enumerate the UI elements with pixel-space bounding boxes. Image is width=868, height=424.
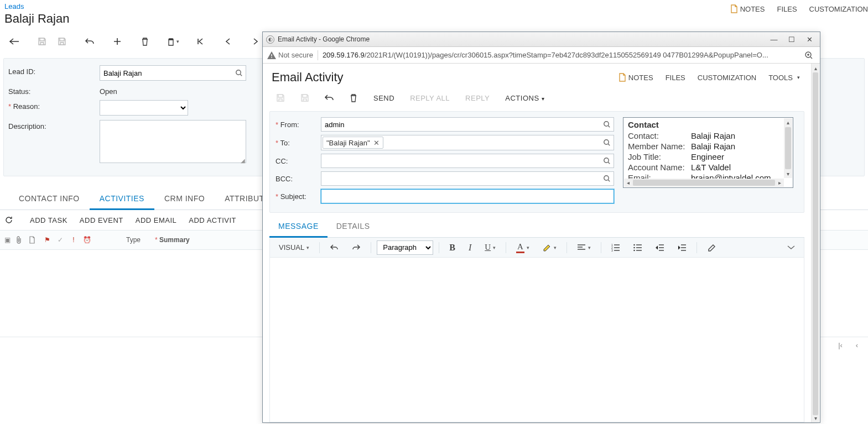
more-tools-button[interactable] [783, 240, 799, 255]
window-close-button[interactable]: ✕ [801, 34, 818, 45]
svg-point-4 [604, 158, 609, 163]
chrome-icon: ◐ [266, 35, 274, 44]
scroll-thumb[interactable] [813, 72, 818, 415]
save-close-button[interactable] [273, 91, 288, 104]
unordered-list-button[interactable] [629, 240, 647, 255]
add-task-button[interactable]: ADD TASK [30, 216, 67, 224]
page-prev-button[interactable]: ‹ [850, 341, 864, 349]
undo-button[interactable] [321, 91, 337, 104]
account-label: Account Name: [628, 163, 691, 172]
popup-customization-button[interactable]: CUSTOMIZATION [698, 74, 756, 82]
nav-first-button[interactable] [190, 34, 210, 49]
contact-hscroll[interactable]: ◂▸ [624, 179, 784, 187]
tab-contact-info[interactable]: CONTACT INFO [9, 189, 90, 210]
undo-button[interactable] [80, 34, 100, 49]
editor-body[interactable] [269, 258, 804, 422]
job-value: Engineer [691, 152, 788, 161]
customization-button[interactable]: CUSTOMIZATION [809, 5, 868, 13]
scrollbar-vertical[interactable]: ▴ ▾ [811, 64, 819, 422]
url-display[interactable]: 209.59.176.9/2021R1/(W(10191))/pages/cr/… [323, 51, 800, 59]
indent-button[interactable] [673, 240, 691, 255]
popup-notes-button[interactable]: NOTES [618, 73, 653, 82]
bold-button[interactable]: B [445, 240, 460, 255]
window-minimize-button[interactable]: — [765, 34, 783, 45]
align-button[interactable]: ▾ [573, 240, 595, 255]
delete-button[interactable] [135, 34, 155, 49]
reason-label: Reason: [8, 100, 100, 111]
grid-settings-icon[interactable]: ▣ [2, 236, 12, 244]
reason-select[interactable] [100, 100, 188, 116]
add-email-button[interactable]: ADD EMAIL [136, 216, 177, 224]
visual-mode-button[interactable]: VISUAL▾ [274, 240, 314, 255]
actions-button[interactable]: ACTIONS▾ [502, 92, 548, 104]
to-input[interactable]: "Balaji Rajan" ✕ [321, 135, 614, 150]
lead-id-input[interactable] [100, 65, 246, 81]
tab-crm-info[interactable]: CRM INFO [154, 189, 215, 210]
delete-button[interactable] [346, 91, 361, 104]
popup-files-button[interactable]: FILES [666, 74, 685, 82]
reply-button: REPLY [462, 92, 493, 104]
cc-input[interactable] [321, 154, 614, 168]
tab-activities[interactable]: ACTIVITIES [90, 189, 154, 210]
notes-label: NOTES [740, 5, 765, 13]
clipboard-button[interactable]: ▾ [163, 34, 183, 49]
flag-icon[interactable]: ⚑ [42, 236, 52, 244]
svg-point-0 [236, 70, 241, 75]
add-button[interactable] [107, 34, 127, 49]
text-color-button[interactable]: A▾ [512, 240, 534, 255]
tab-details[interactable]: DETAILS [328, 216, 379, 237]
search-icon[interactable] [603, 157, 611, 165]
check-icon[interactable]: ✓ [55, 236, 65, 244]
italic-button[interactable]: I [464, 240, 476, 255]
editor-redo-button[interactable] [347, 240, 365, 255]
files-button[interactable]: FILES [777, 5, 797, 13]
editor-undo-button[interactable] [325, 240, 343, 255]
grid-col-summary[interactable]: Summary [149, 233, 195, 247]
notes-button[interactable]: NOTES [730, 4, 765, 13]
subject-input[interactable] [321, 189, 614, 203]
send-button[interactable]: SEND [370, 92, 398, 104]
reminder-icon[interactable]: ⏰ [82, 236, 92, 244]
attachment-icon[interactable] [15, 236, 25, 244]
back-arrow-button[interactable] [4, 34, 24, 49]
add-event-button[interactable]: ADD EVENT [80, 216, 123, 224]
refresh-button[interactable] [4, 216, 18, 224]
priority-icon[interactable]: ! [69, 236, 79, 244]
add-activity-button[interactable]: ADD ACTIVIT [189, 216, 236, 224]
highlight-button[interactable]: ▾ [538, 240, 561, 255]
window-maximize-button[interactable]: ☐ [783, 34, 801, 45]
save-button[interactable] [52, 34, 72, 49]
scroll-up-icon[interactable]: ▴ [812, 64, 819, 72]
svg-point-5 [604, 176, 609, 180]
page-first-button[interactable]: |‹ [834, 341, 847, 349]
search-icon[interactable] [603, 139, 611, 146]
bcc-label: BCC: [276, 175, 321, 183]
grid-col-type[interactable]: Type [121, 233, 146, 247]
search-icon[interactable] [603, 121, 611, 128]
underline-button[interactable]: U▾ [480, 240, 500, 255]
bcc-input[interactable] [321, 171, 614, 186]
file-icon [730, 4, 738, 13]
popup-tools-button[interactable]: TOOLS▾ [768, 74, 800, 82]
paragraph-select[interactable]: Paragraph [377, 240, 433, 255]
tab-message[interactable]: MESSAGE [269, 216, 328, 238]
outdent-button[interactable] [651, 240, 669, 255]
ordered-list-button[interactable]: 123 [607, 240, 625, 255]
description-textarea[interactable] [100, 120, 246, 163]
from-input[interactable] [321, 117, 614, 132]
recipient-chip[interactable]: "Balaji Rajan" ✕ [323, 137, 383, 149]
popup-page-title: Email Activity [272, 70, 344, 85]
member-value: Balaji Rajan [691, 142, 788, 151]
security-indicator[interactable]: Not secure [267, 51, 313, 59]
search-icon[interactable] [603, 175, 611, 182]
save-close-button[interactable] [32, 34, 52, 49]
save-button[interactable] [297, 91, 313, 104]
clear-format-button[interactable] [703, 240, 720, 255]
nav-prev-button[interactable] [218, 34, 238, 49]
chip-remove-icon[interactable]: ✕ [373, 139, 380, 147]
search-icon[interactable] [235, 69, 243, 77]
contact-vscroll[interactable]: ▴▾ [784, 118, 792, 178]
zoom-icon[interactable] [804, 51, 815, 60]
note-icon[interactable] [29, 236, 39, 244]
window-titlebar[interactable]: ◐ Email Activity - Google Chrome — ☐ ✕ [263, 32, 820, 47]
